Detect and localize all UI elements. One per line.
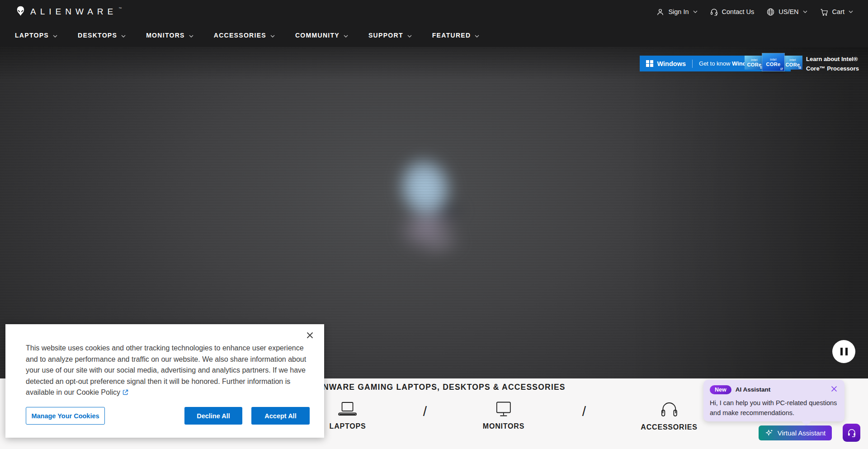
chevron-down-icon	[475, 32, 479, 39]
chevron-down-icon	[693, 10, 698, 13]
decline-all-button[interactable]: Decline All	[184, 407, 242, 425]
utility-bar: ALIENWARE ™ Sign In Contac	[0, 0, 868, 24]
sign-in-label: Sign In	[668, 8, 689, 15]
chevron-down-icon	[121, 32, 126, 39]
pause-video-button[interactable]	[832, 340, 855, 363]
intel-learn-link[interactable]: Learn about Intel® Core™ Processors	[806, 54, 859, 73]
cart-label: Cart	[832, 8, 844, 15]
accept-all-button[interactable]: Accept All	[251, 407, 310, 425]
trademark-symbol: ™	[118, 7, 122, 10]
nav-desktops[interactable]: DESKTOPS	[78, 32, 126, 39]
chevron-down-icon	[803, 10, 807, 13]
ai-assistant-popup: New AI Assistant Hi, I can help you with…	[703, 380, 844, 421]
virtual-assistant-button[interactable]: Virtual Assistant	[759, 425, 832, 440]
cookie-body-text: This website uses cookies and other trac…	[26, 344, 306, 396]
chevron-down-icon	[270, 32, 275, 39]
category-accessories[interactable]: ACCESSORIES	[641, 401, 697, 431]
locale-label: US/EN	[778, 8, 798, 15]
sparkle-icon	[765, 429, 774, 438]
nav-monitors[interactable]: MONITORS	[146, 32, 193, 39]
headphones-icon	[641, 401, 697, 419]
category-laptops[interactable]: LAPTOPS	[330, 401, 366, 430]
intel-core-i3-badge: intel CORe i3	[783, 56, 802, 70]
close-icon	[307, 332, 313, 339]
intel-learn-line2: Core™ Processors	[806, 64, 859, 73]
contact-us-label: Contact Us	[722, 8, 755, 15]
nav-featured[interactable]: FEATURED	[432, 32, 480, 39]
windows-brand-label: Windows	[657, 60, 686, 67]
headset-icon	[710, 8, 718, 16]
monitor-icon	[483, 401, 524, 418]
cart-link[interactable]: Cart	[820, 8, 853, 16]
alien-head-icon	[15, 6, 26, 18]
nav-label: LAPTOPS	[15, 32, 49, 39]
contact-us-link[interactable]: Contact Us	[710, 8, 755, 16]
popup-header: New AI Assistant	[710, 385, 838, 394]
nav-label: FEATURED	[432, 32, 471, 39]
virtual-assistant-label: Virtual Assistant	[778, 429, 826, 437]
pause-icon	[845, 348, 848, 355]
nav-community[interactable]: COMMUNITY	[295, 32, 348, 39]
chevron-down-icon	[53, 32, 57, 39]
globe-icon	[766, 8, 775, 16]
nav-support[interactable]: SUPPORT	[368, 32, 412, 39]
windows-logo-icon	[646, 60, 653, 67]
nav-accessories[interactable]: ACCESSORIES	[214, 32, 275, 39]
separator-slash: /	[423, 404, 427, 419]
cart-icon	[820, 8, 829, 16]
laptop-icon	[330, 401, 366, 418]
nav-laptops[interactable]: LAPTOPS	[15, 32, 57, 39]
pause-icon	[840, 348, 843, 355]
intel-core-badges: intel CORe i5 intel CORe i7 intel CORe i…	[745, 53, 805, 75]
nav-label: ACCESSORIES	[214, 32, 266, 39]
alienware-logo[interactable]: ALIENWARE ™	[15, 6, 122, 18]
cookie-text: This website uses cookies and other trac…	[26, 343, 317, 398]
brand-wordmark: ALIENWARE	[30, 6, 117, 18]
intel-core-i7-badge: intel CORe i7	[762, 53, 784, 71]
primary-nav: LAPTOPS DESKTOPS MONITORS ACCESSORIES CO…	[0, 24, 868, 47]
chevron-down-icon	[407, 32, 412, 39]
close-icon	[831, 386, 837, 392]
chevron-down-icon	[189, 32, 193, 39]
intel-core-i5-badge: intel CORe i5	[745, 56, 764, 70]
chevron-down-icon	[849, 10, 853, 13]
nav-label: COMMUNITY	[295, 32, 340, 39]
category-label: ACCESSORIES	[641, 423, 697, 431]
divider	[692, 60, 693, 68]
category-label: MONITORS	[483, 422, 524, 430]
site-header: ALIENWARE ™ Sign In Contac	[0, 0, 868, 47]
manage-cookies-button[interactable]: Manage Your Cookies	[26, 407, 105, 425]
utility-links: Sign In Contact Us US/EN	[656, 8, 853, 16]
cookie-close-button[interactable]	[305, 330, 315, 342]
new-badge: New	[710, 385, 731, 394]
external-link-icon	[122, 389, 129, 396]
assistant-close-button[interactable]	[830, 385, 838, 394]
alien-head-video-frame	[366, 141, 491, 275]
cookie-consent-dialog: This website uses cookies and other trac…	[5, 324, 324, 438]
cookie-policy-link[interactable]: Cookie Policy	[76, 388, 129, 396]
alienware-homepage: ALIENWARE ™ Sign In Contac	[0, 0, 868, 449]
intel-learn-line1: Learn about Intel®	[806, 54, 859, 64]
separator-slash: /	[582, 404, 586, 419]
category-monitors[interactable]: MONITORS	[483, 401, 524, 430]
person-icon	[656, 8, 665, 16]
chevron-down-icon	[344, 32, 348, 39]
assistant-message: Hi, I can help you with PC-related quest…	[710, 398, 843, 418]
support-chat-button[interactable]	[843, 424, 860, 442]
assistant-title: AI Assistant	[736, 386, 771, 393]
sign-in-link[interactable]: Sign In	[656, 8, 697, 16]
nav-label: MONITORS	[146, 32, 185, 39]
nav-label: SUPPORT	[368, 32, 403, 39]
category-label: LAPTOPS	[330, 422, 366, 430]
locale-selector[interactable]: US/EN	[766, 8, 807, 16]
nav-label: DESKTOPS	[78, 32, 117, 39]
headset-icon	[847, 428, 857, 438]
